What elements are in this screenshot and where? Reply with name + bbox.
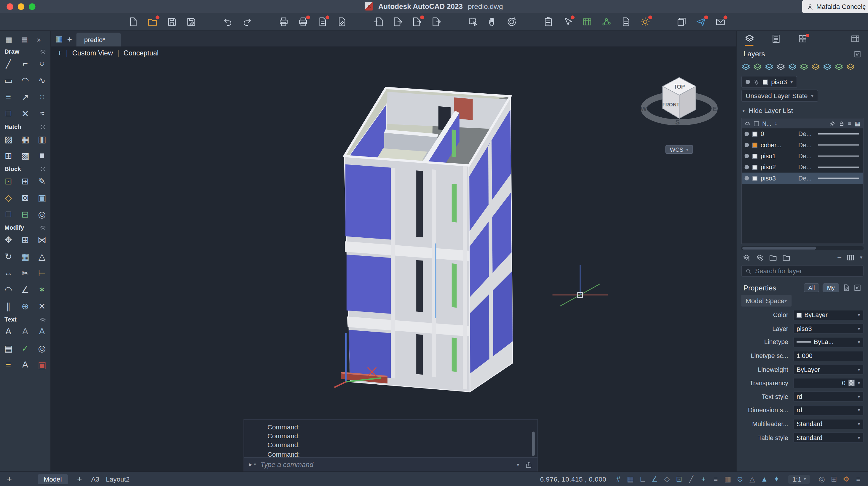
layer-tool-icon[interactable] <box>823 63 832 72</box>
text-table-tool[interactable]: ▤ <box>1 340 16 356</box>
pdf-text-tool[interactable]: ▣ <box>34 356 50 373</box>
command-options-caret[interactable]: ▾ <box>517 462 519 467</box>
selection-cycling-toggle[interactable]: ⊙ <box>735 475 745 483</box>
hatch-boundary-tool[interactable]: ⊞ <box>1 147 16 164</box>
tab-grid-icon[interactable]: ▦ <box>56 32 63 45</box>
layer-color-swatch[interactable] <box>752 154 757 159</box>
new-layer-button[interactable] <box>742 253 751 261</box>
polar-tracking-toggle[interactable]: ∠ <box>650 475 660 483</box>
insert-block-tool[interactable]: ⊡ <box>1 173 16 189</box>
properties-palette-button[interactable] <box>541 15 555 28</box>
block-tool[interactable]: ▣ <box>34 189 50 206</box>
text-style-tool[interactable]: A <box>34 323 50 340</box>
new-tab-button[interactable]: + <box>67 32 72 45</box>
layer-row[interactable]: cober... De... <box>742 139 863 151</box>
property-value-field[interactable]: rd ▾ <box>793 405 864 416</box>
block-tool[interactable]: ⊠ <box>18 189 33 206</box>
gear-icon[interactable] <box>40 48 46 55</box>
layer-color-swatch[interactable] <box>752 176 757 181</box>
properties-palette-tab[interactable] <box>771 34 781 44</box>
layer-tool-icon[interactable] <box>834 63 844 72</box>
panel-dock-button[interactable] <box>854 50 861 58</box>
close-button[interactable] <box>6 3 13 10</box>
layer-tool-icon[interactable] <box>741 63 751 72</box>
user-account-button[interactable]: Mafalda Conceiç <box>802 0 868 13</box>
grid-toggle[interactable]: # <box>613 475 623 483</box>
drawing-viewport[interactable]: + | Custom View | Conceptual <box>51 46 736 472</box>
new-layout-button[interactable]: + <box>4 474 14 484</box>
hatch-lines-tool[interactable]: ▥ <box>34 131 50 147</box>
import-button[interactable] <box>371 15 385 28</box>
redo-button[interactable] <box>240 15 253 28</box>
palette-view-icon[interactable]: ▦ <box>6 35 12 43</box>
3d-osnap-toggle[interactable]: △ <box>747 475 757 483</box>
erase-tool[interactable]: ✕ <box>34 298 50 315</box>
add-layout-button[interactable]: + <box>75 474 85 484</box>
zoom-window-button[interactable] <box>466 15 479 28</box>
export-button[interactable] <box>391 15 404 28</box>
layer-group-button[interactable] <box>769 253 777 261</box>
freeze-sun-icon[interactable] <box>829 120 835 127</box>
single-line-text-tool[interactable]: A <box>18 323 33 340</box>
open-drawing-button[interactable] <box>146 15 159 28</box>
annotation-autoscale-toggle[interactable]: ✦ <box>771 475 782 483</box>
layer-color-swatch[interactable] <box>752 131 757 136</box>
explode-tool[interactable]: ✶ <box>34 281 50 298</box>
layer-row[interactable]: 0 De... <box>742 128 863 139</box>
hide-layer-list-toggle[interactable]: ▾ Hide Layer List <box>737 103 798 117</box>
property-value-field[interactable]: rd ▾ <box>793 391 864 402</box>
array-tool[interactable]: ▦ <box>18 248 33 265</box>
recent-commands-button[interactable]: ▸ ▾ <box>249 461 256 468</box>
pan-button[interactable] <box>486 15 499 28</box>
view-selector[interactable]: Custom View <box>72 49 113 57</box>
customization-menu-icon[interactable]: ≡ <box>853 475 864 483</box>
property-value-field[interactable]: 0 ▾ <box>793 378 864 388</box>
layer-states-button[interactable] <box>756 253 764 261</box>
isolate-objects-toggle[interactable]: ◎ <box>816 475 827 483</box>
text-align-tool[interactable]: ≡ <box>1 356 16 373</box>
lineweight-toggle[interactable]: ≡ <box>710 475 721 483</box>
command-share-button[interactable] <box>525 461 532 468</box>
new-group-filter-button[interactable] <box>782 253 790 261</box>
new-drawing-button[interactable] <box>126 15 140 28</box>
property-value-field[interactable]: ByLa... ▾ <box>793 337 864 347</box>
options-button[interactable] <box>638 15 652 28</box>
chamfer-tool[interactable]: ∠ <box>18 281 33 298</box>
layout-tab-layout2[interactable]: Layout2 <box>106 475 129 483</box>
layer-status-dot[interactable] <box>745 132 749 136</box>
layer-row[interactable]: piso2 De... <box>742 162 863 172</box>
sheet-set-button[interactable] <box>675 15 688 28</box>
hatch-pattern-tool[interactable]: ▨ <box>1 131 16 147</box>
command-history[interactable]: Command:Command:Command:Command: <box>244 420 537 457</box>
layer-status-dot[interactable] <box>745 176 749 181</box>
save-as-button[interactable] <box>184 15 198 28</box>
block-editor-tool[interactable]: ✎ <box>34 173 50 189</box>
filter-square-icon[interactable] <box>754 121 759 126</box>
extend-tool[interactable]: ⊢ <box>34 265 50 281</box>
plot-stamp-button[interactable] <box>335 15 348 28</box>
property-value-field[interactable]: Standard ▾ <box>793 419 864 429</box>
name-column-header[interactable]: N... <box>762 120 771 127</box>
plot-preview-button[interactable] <box>315 15 329 28</box>
block-tool[interactable]: ⊟ <box>18 206 33 223</box>
layer-tool-icon[interactable] <box>753 63 763 72</box>
layer-row[interactable]: piso3 De... <box>742 173 863 184</box>
define-attribute-tool[interactable]: ◇ <box>1 189 16 206</box>
hatch-grid-tool[interactable]: ▦ <box>18 131 33 147</box>
palette-overflow-icon[interactable]: » <box>37 35 41 43</box>
orbit-button[interactable] <box>505 15 518 28</box>
dynamic-input-toggle[interactable]: + <box>698 475 709 483</box>
rectangle-tool[interactable]: ▭ <box>1 72 16 89</box>
annotation-scale-selector[interactable]: 1:1 ▾ <box>788 475 810 483</box>
workspace-gear-icon[interactable]: ⚙ <box>841 475 851 483</box>
ellipse-tool[interactable]: ◌ <box>34 89 50 105</box>
property-value-field[interactable]: piso3 ▾ <box>793 323 864 334</box>
find-text-tool[interactable]: ◎ <box>34 340 50 356</box>
edit-properties-button[interactable] <box>842 284 850 292</box>
undo-button[interactable] <box>221 15 234 28</box>
gear-icon[interactable] <box>40 166 46 172</box>
polyline-tool[interactable]: ⌐ <box>18 56 33 72</box>
spline-tool[interactable]: ∿ <box>34 72 50 89</box>
dwf-export-button[interactable] <box>410 15 424 28</box>
layer-color-swatch[interactable] <box>752 165 757 170</box>
